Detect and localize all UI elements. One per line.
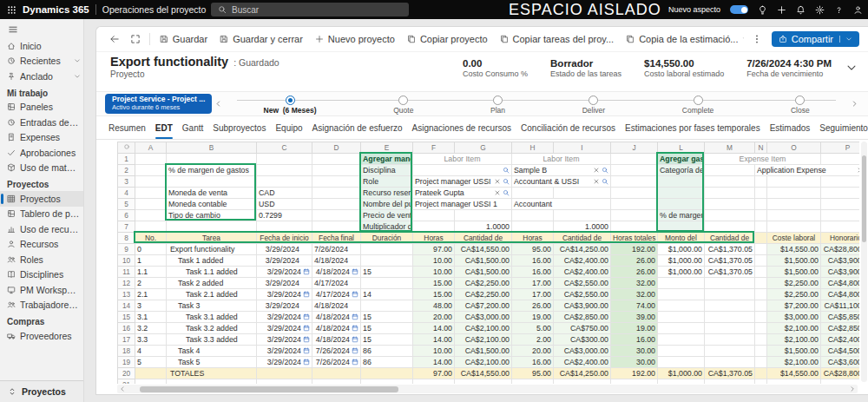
cell-H3[interactable]: Accountant & USSI (512, 176, 611, 188)
cell-P13[interactable]: CA$4,800.00 (821, 289, 860, 300)
cell-B11[interactable]: Task 1.1 added (167, 267, 257, 278)
stage-deliver[interactable]: Deliver (582, 92, 605, 115)
stage-quote[interactable]: Quote (393, 92, 413, 115)
cell-M5[interactable] (705, 199, 755, 210)
cell-E7[interactable]: Multiplicador de (361, 221, 413, 233)
cell-E5[interactable]: Nombre del puesto (361, 199, 413, 210)
sidebar-item-uso-de-materiales[interactable]: Uso de materiales (0, 161, 83, 176)
cell-J19[interactable]: 30.00 (611, 357, 658, 368)
row-header-19[interactable]: 19 (118, 357, 135, 368)
cell-H20[interactable]: 95.00 (512, 368, 554, 379)
header-collapse-icon[interactable] (845, 62, 858, 74)
cell-D20[interactable] (312, 368, 361, 379)
cell-A15[interactable]: 3.1 (135, 312, 167, 323)
row-header-5[interactable]: 5 (118, 199, 135, 210)
cell-E21[interactable] (361, 379, 413, 385)
row-header-17[interactable]: 17 (118, 334, 135, 346)
stage-new-6-meses[interactable]: New (6 Meses) (264, 92, 317, 115)
cell-O17[interactable]: $2,100.00 (767, 334, 821, 346)
cell-D4[interactable] (312, 188, 361, 199)
cell-A5[interactable] (135, 199, 167, 210)
cell-M12[interactable] (705, 278, 755, 289)
cell-B19[interactable]: Task 5 (167, 357, 257, 368)
cell-C18[interactable]: 3/29/2024 (257, 346, 312, 357)
cell-M21[interactable] (705, 379, 755, 385)
cell-E19[interactable]: 86 (361, 357, 413, 368)
stage-complete[interactable]: Complete (682, 92, 713, 115)
cell-O18[interactable]: $1,500.00 (767, 346, 821, 357)
cell-F15[interactable]: 20.00 (413, 312, 455, 323)
cell-H18[interactable]: 20.00 (512, 346, 554, 357)
cell-C4[interactable]: CAD (257, 188, 312, 199)
cell-P21[interactable] (821, 379, 860, 385)
cell-I11[interactable]: CA$2,400.00 (554, 267, 611, 278)
cell-F12[interactable]: 15.00 (413, 278, 455, 289)
cell-L16[interactable] (658, 323, 705, 334)
cell-O9[interactable]: $14,550.00 (767, 244, 821, 255)
help-icon[interactable] (834, 5, 844, 15)
cell-M1[interactable]: Expense Item (705, 154, 821, 165)
cell-L9[interactable]: $1,000.00 (658, 244, 705, 255)
cell-O13[interactable]: $2,250.00 (767, 289, 821, 300)
cell-H4[interactable] (512, 188, 554, 199)
cell-M4[interactable] (705, 188, 755, 199)
cell-O6[interactable] (767, 210, 821, 221)
cell-A13[interactable]: 2.1 (135, 289, 167, 300)
cell-L21[interactable] (658, 379, 705, 385)
cell-B17[interactable]: Task 3.3 added (167, 334, 257, 346)
cell-G14[interactable]: CA$7,200.00 (455, 300, 512, 312)
cell-N21[interactable] (755, 379, 767, 385)
cell-L18[interactable] (658, 346, 705, 357)
row-header-1[interactable]: 1 (118, 154, 135, 165)
sidebar-item-proveedores[interactable]: Proveedores (0, 328, 83, 344)
tab-equipo[interactable]: Equipo (275, 116, 302, 139)
cell-E3[interactable]: Role (361, 176, 413, 188)
cell-C14[interactable]: 3/29/2024 (257, 300, 312, 312)
cell-I13[interactable]: CA$2,550.00 (554, 289, 611, 300)
row-header-13[interactable]: 13 (118, 289, 135, 300)
tab-gantt[interactable]: Gantt (182, 116, 203, 139)
cell-D15[interactable]: 4/18/2024 (312, 312, 361, 323)
cell-D1[interactable] (312, 154, 361, 165)
cell-E4[interactable]: Recurso reservable (361, 188, 413, 199)
cell-A18[interactable]: 4 (135, 346, 167, 357)
expand-form-button[interactable] (126, 34, 145, 44)
app-launcher-icon[interactable] (7, 5, 16, 15)
cell-I9[interactable]: CA$14,250.00 (554, 244, 611, 255)
cell-J17[interactable]: 16.00 (611, 334, 658, 346)
cell-E20[interactable] (361, 368, 413, 379)
cell-F17[interactable]: 14.00 (413, 334, 455, 346)
cell-N20[interactable] (755, 368, 767, 379)
cell-F8[interactable]: Horas (413, 233, 455, 244)
cell-P20[interactable]: CA$28,800.00 (821, 368, 860, 379)
settings-icon[interactable] (815, 5, 825, 15)
tab-asignaci-n-de-esfuerzo[interactable]: Asignación de esfuerzo (312, 116, 403, 139)
cell-B8[interactable]: Tarea (167, 233, 257, 244)
sidebar-item-uso-de-recursos[interactable]: Uso de recursos (0, 221, 83, 237)
cell-L7[interactable] (658, 221, 705, 233)
cell-E12[interactable] (361, 278, 413, 289)
cell-N5[interactable] (755, 199, 767, 210)
cell-C12[interactable]: 3/29/2024 (257, 278, 312, 289)
row-header-16[interactable]: 16 (118, 323, 135, 334)
cell-H8[interactable]: Horas (512, 233, 554, 244)
cell-F10[interactable]: 10.00 (413, 255, 455, 267)
cell-A2[interactable] (135, 165, 167, 176)
cell-F16[interactable]: 14.00 (413, 323, 455, 334)
cell-H19[interactable]: 16.00 (512, 357, 554, 368)
cell-B15[interactable]: Task 3.1 added (167, 312, 257, 323)
col-header-E[interactable]: E (361, 142, 413, 154)
cell-B1[interactable] (167, 154, 257, 165)
active-stage-chip[interactable]: Project Service - Project ... Activo dur… (105, 94, 212, 113)
cell-L2[interactable]: Categoría de gastos (658, 165, 705, 176)
row-header-2[interactable]: 2 (118, 165, 135, 176)
cell-L13[interactable] (658, 289, 705, 300)
command-nuevo-proyecto[interactable]: Nuevo proyecto (310, 31, 400, 47)
cell-A8[interactable]: No. (135, 233, 167, 244)
cell-N9[interactable] (755, 244, 767, 255)
cell-D12[interactable]: 4/17/2024 (312, 278, 361, 289)
cell-C8[interactable]: Fecha de inicio (257, 233, 312, 244)
cell-H16[interactable]: 5.00 (512, 323, 554, 334)
cell-B10[interactable]: Task 1 added (167, 255, 257, 267)
cell-A3[interactable] (135, 176, 167, 188)
